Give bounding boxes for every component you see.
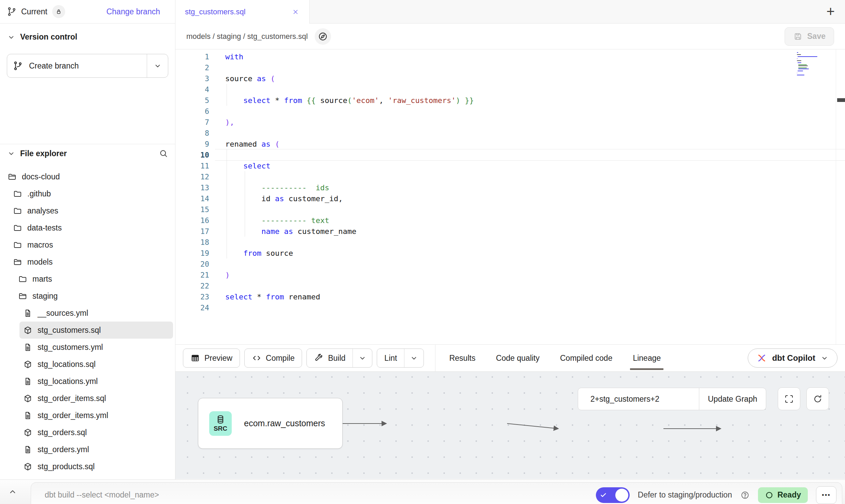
- code-line[interactable]: 15: [175, 204, 845, 215]
- file-tree: docs-cloud.githubanalysesdata-testsmacro…: [0, 166, 173, 479]
- build-dropdown[interactable]: [353, 349, 372, 367]
- code-line[interactable]: 1with: [175, 51, 845, 62]
- copilot-compass-button[interactable]: [315, 28, 331, 45]
- file-tree-item[interactable]: stg_order_items.yml: [0, 407, 173, 424]
- code-line[interactable]: 19 from source: [175, 248, 845, 258]
- node-label: ecom.raw_customers: [244, 418, 325, 428]
- code-line[interactable]: 7),: [175, 117, 845, 128]
- fullscreen-button[interactable]: [778, 387, 800, 410]
- version-control-header[interactable]: Version control: [7, 32, 168, 42]
- code-editor[interactable]: 1with23source as (45 select * from {{ so…: [175, 49, 845, 344]
- code-lines[interactable]: 1with23source as (45 select * from {{ so…: [175, 51, 845, 313]
- panel-tab-results[interactable]: Results: [449, 345, 475, 371]
- minimap[interactable]: [797, 52, 817, 77]
- code-line[interactable]: 20: [175, 258, 845, 269]
- code-line-text: with: [225, 53, 243, 61]
- dbt-copilot-button[interactable]: dbt Copilot: [748, 349, 837, 368]
- code-line[interactable]: 3source as (: [175, 73, 845, 84]
- node-badge-src: SRC: [209, 411, 232, 436]
- file-tree-item[interactable]: __sources.yml: [0, 305, 173, 322]
- file-tree-item[interactable]: stg_customers.yml: [0, 339, 173, 356]
- code-line[interactable]: 13 ---------- ids: [175, 182, 845, 193]
- line-number: 20: [175, 260, 215, 268]
- code-line[interactable]: 12: [175, 171, 845, 182]
- command-input[interactable]: dbt build --select <model_name>: [45, 490, 159, 500]
- code-line[interactable]: 14 id as customer_id,: [175, 193, 845, 204]
- lint-label: Lint: [384, 354, 397, 363]
- code-line[interactable]: 22: [175, 280, 845, 291]
- more-options-button[interactable]: •••: [816, 486, 836, 504]
- close-icon[interactable]: [291, 8, 300, 16]
- code-line[interactable]: 2: [175, 62, 845, 73]
- build-button[interactable]: Build: [306, 349, 372, 368]
- tab-label: stg_customers.sql: [185, 8, 245, 16]
- scrollbar-track[interactable]: [836, 49, 836, 344]
- create-branch-dropdown[interactable]: [147, 54, 168, 77]
- code-line[interactable]: 23select * from renamed: [175, 291, 845, 302]
- file-tree-item[interactable]: .github: [0, 185, 173, 202]
- code-line[interactable]: 9renamed as (: [175, 138, 845, 149]
- file-explorer-header[interactable]: File explorer: [0, 144, 175, 163]
- table-icon: [190, 353, 200, 363]
- update-graph-button[interactable]: Update Graph: [699, 388, 766, 410]
- compile-label: Compile: [266, 354, 295, 363]
- panel-tab-code-quality[interactable]: Code quality: [496, 345, 540, 371]
- file-tree-item[interactable]: stg_orders.yml: [0, 441, 173, 458]
- lineage-node-ecom.raw_customers[interactable]: SRCecom.raw_customers: [198, 398, 343, 449]
- file-tree-item[interactable]: macros: [0, 236, 173, 253]
- code-line[interactable]: 5 select * from {{ source('ecom', 'raw_c…: [175, 95, 845, 106]
- code-line[interactable]: 8: [175, 128, 845, 138]
- file-doc-icon: [23, 343, 32, 352]
- file-tree-item[interactable]: marts: [0, 270, 173, 287]
- lineage-canvas[interactable]: 2+stg_customers+2 Update Graph SRCecom.r…: [175, 372, 845, 479]
- change-branch-link[interactable]: Change branch: [106, 7, 160, 16]
- file-doc-icon: [23, 445, 32, 454]
- file-tree-item[interactable]: analyses: [0, 202, 173, 219]
- file-tree-item[interactable]: stg_locations.sql: [0, 356, 173, 373]
- file-tree-item[interactable]: stg_products.sql: [0, 458, 173, 475]
- code-line[interactable]: 17 name as customer_name: [175, 226, 845, 237]
- ready-status-button[interactable]: Ready: [758, 487, 808, 503]
- line-number: 17: [175, 227, 215, 236]
- lint-button[interactable]: Lint: [377, 349, 424, 368]
- defer-toggle[interactable]: [596, 487, 630, 503]
- code-line[interactable]: 4: [175, 84, 845, 95]
- create-branch-main[interactable]: Create branch: [7, 54, 147, 77]
- code-line-text: source as (: [225, 74, 275, 83]
- line-number: 2: [175, 63, 215, 72]
- code-line-text: ---------- text: [225, 216, 329, 225]
- code-line[interactable]: 11 select: [175, 160, 845, 171]
- file-tree-item-label: staging: [32, 292, 58, 301]
- tab-stg-customers-sql[interactable]: stg_customers.sql: [175, 0, 310, 24]
- file-tree-item[interactable]: stg_customers.sql: [19, 322, 173, 339]
- panel-tab-compiled-code[interactable]: Compiled code: [560, 345, 612, 371]
- code-line[interactable]: 24: [175, 302, 845, 313]
- preview-button[interactable]: Preview: [183, 349, 240, 368]
- code-line[interactable]: 10: [175, 149, 845, 160]
- lint-dropdown[interactable]: [404, 349, 424, 367]
- lineage-selector-input[interactable]: 2+stg_customers+2: [578, 388, 699, 410]
- file-tree-item[interactable]: stg_order_items.sql: [0, 390, 173, 407]
- file-tree-item[interactable]: stg_locations.yml: [0, 373, 173, 390]
- scrollbar-thumb[interactable]: [837, 98, 845, 102]
- folder-icon: [13, 206, 22, 216]
- code-line[interactable]: 18: [175, 237, 845, 248]
- file-tree-item[interactable]: data-tests: [0, 219, 173, 236]
- chevron-up-icon[interactable]: [8, 487, 18, 497]
- code-line[interactable]: 6: [175, 106, 845, 117]
- file-tree-item[interactable]: staging: [0, 287, 173, 305]
- create-branch-button[interactable]: Create branch: [7, 54, 168, 78]
- search-icon[interactable]: [159, 149, 168, 158]
- compile-button[interactable]: Compile: [244, 349, 302, 368]
- refresh-button[interactable]: [806, 387, 829, 410]
- code-line[interactable]: 21): [175, 269, 845, 280]
- file-tree-item[interactable]: models: [0, 253, 173, 270]
- file-tree-item[interactable]: docs-cloud: [0, 168, 173, 185]
- code-line[interactable]: 16 ---------- text: [175, 215, 845, 226]
- file-doc-icon: [23, 411, 32, 420]
- file-tree-item[interactable]: stg_orders.sql: [0, 424, 173, 441]
- new-tab-button[interactable]: +: [826, 4, 835, 19]
- save-button[interactable]: Save: [785, 27, 834, 46]
- help-icon[interactable]: [740, 490, 750, 500]
- panel-tab-lineage[interactable]: Lineage: [633, 345, 661, 371]
